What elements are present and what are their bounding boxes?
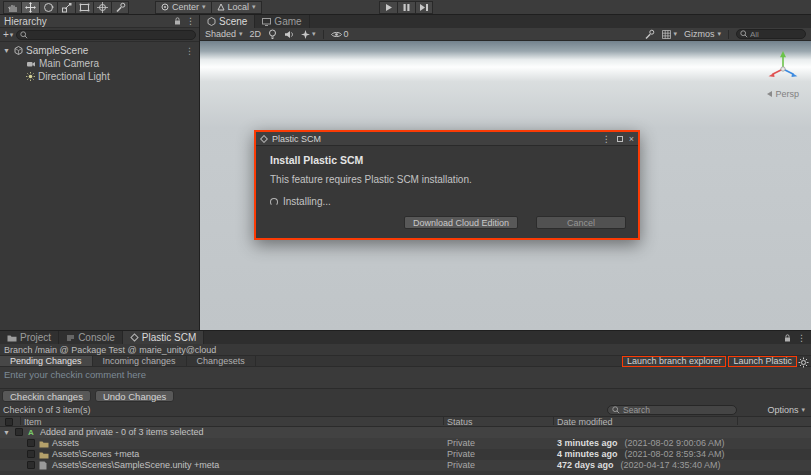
column-divider[interactable] [443, 417, 444, 425]
kebab-menu-icon[interactable]: ⋮ [602, 134, 611, 144]
checkin-changes-button[interactable]: Checkin changes [2, 390, 91, 402]
tree-row-scene[interactable]: ▼ SampleScene ⋮ [0, 44, 199, 57]
gear-icon [798, 357, 809, 368]
rotate-tool-button[interactable] [39, 1, 57, 14]
row-checkbox[interactable] [27, 461, 35, 469]
date-relative: 472 days ago [557, 460, 614, 471]
column-divider[interactable] [20, 417, 21, 425]
lock-icon[interactable] [174, 17, 181, 25]
kebab-menu-icon[interactable]: ⋮ [185, 46, 199, 56]
play-button[interactable] [379, 1, 397, 14]
unity-scene-icon [14, 46, 23, 55]
hand-tool-button[interactable] [3, 1, 21, 14]
table-row[interactable]: Assets Private 3 minutes ago(2021-08-02 … [0, 438, 811, 449]
tools-icon[interactable] [644, 29, 655, 40]
scene-search-input[interactable] [750, 30, 802, 39]
tab-game[interactable]: Game [255, 15, 309, 28]
custom-tool-button[interactable] [111, 1, 129, 14]
added-status-icon: A [28, 427, 34, 438]
close-icon[interactable]: × [629, 134, 634, 144]
hierarchy-header: Hierarchy ⋮ [0, 15, 199, 28]
items-search-input[interactable] [623, 405, 732, 415]
lighting-toggle[interactable] [268, 29, 277, 39]
orientation-gizmo[interactable] [763, 48, 803, 88]
launch-branch-explorer-button[interactable]: Launch branch explorer [622, 356, 727, 367]
gizmos-dropdown[interactable]: Gizmos▾ [684, 29, 721, 39]
scale-tool-button[interactable] [57, 1, 75, 14]
folder-icon [39, 451, 49, 459]
kebab-menu-icon[interactable]: ⋮ [797, 333, 806, 343]
tab-plastic-scm[interactable]: Plastic SCM [123, 331, 204, 344]
tab-pending-changes[interactable]: Pending Changes [0, 356, 93, 366]
launch-plastic-button[interactable]: Launch Plastic [728, 356, 797, 367]
hierarchy-search-field[interactable] [16, 30, 196, 40]
dialog-message: This feature requires Plastic SCM instal… [270, 174, 624, 185]
create-object-button[interactable]: +▾ [3, 29, 13, 40]
date-relative: 4 minutes ago [557, 449, 618, 460]
table-row[interactable]: Assets\Scenes\SampleScene.unity +meta Pr… [0, 460, 811, 471]
undo-changes-button[interactable]: Undo Changes [95, 390, 174, 402]
pivot-toggle-button[interactable]: Center ▾ [155, 1, 211, 14]
project-icon [7, 334, 17, 342]
hierarchy-tree: ▼ SampleScene ⋮ Main Camera Directional … [0, 42, 199, 83]
tree-row-main-camera[interactable]: Main Camera [0, 57, 199, 70]
move-tool-icon [25, 2, 36, 13]
download-cloud-edition-button[interactable]: Download Cloud Edition [404, 216, 518, 229]
table-row[interactable]: Assets\Scenes +meta Private 4 minutes ag… [0, 449, 811, 460]
tab-changesets[interactable]: Changesets [187, 356, 256, 366]
options-dropdown[interactable]: Options▾ [767, 405, 805, 415]
scene-search-field[interactable] [736, 29, 806, 39]
column-divider[interactable] [553, 417, 554, 425]
scene-viewport[interactable]: Persp Plastic SCM ⋮ × Install Pla [200, 41, 811, 330]
kebab-menu-icon[interactable]: ⋮ [186, 16, 195, 26]
main-toolbar: Center ▾ Local ▾ [0, 0, 811, 15]
hand-tool-icon [7, 2, 18, 13]
tree-row-directional-light[interactable]: Directional Light [0, 70, 199, 83]
item-status: Private [447, 449, 475, 460]
group-row[interactable]: ▼ A Added and private - 0 of 3 items sel… [0, 427, 811, 438]
date-absolute: (2021-08-02 9:00:06 AM) [625, 438, 725, 449]
items-search-field[interactable] [607, 405, 737, 415]
space-toggle-button[interactable]: Local ▾ [211, 1, 262, 14]
console-icon [66, 334, 75, 342]
item-status: Private [447, 438, 475, 449]
checkin-comment-input[interactable] [0, 367, 811, 387]
tab-incoming-changes[interactable]: Incoming changes [93, 356, 187, 366]
pause-button[interactable] [397, 1, 415, 14]
hierarchy-search-input[interactable] [30, 30, 192, 39]
effects-dropdown[interactable]: ▾ [301, 30, 316, 39]
speaker-icon [284, 30, 294, 39]
search-icon [20, 31, 28, 39]
tab-scene[interactable]: Scene [200, 15, 255, 28]
scene-visibility-toggle[interactable]: 0 [331, 29, 349, 39]
step-button[interactable] [415, 1, 433, 14]
branch-info: Branch /main @ Package Test @ marie_unit… [0, 344, 811, 355]
group-checkbox[interactable] [15, 428, 23, 436]
lock-icon[interactable] [784, 334, 791, 342]
tab-project[interactable]: Project [0, 331, 59, 344]
move-tool-button[interactable] [21, 1, 39, 14]
2d-toggle[interactable]: 2D [250, 29, 262, 39]
group-expand-arrow[interactable]: ▼ [3, 427, 11, 438]
maximize-icon[interactable] [617, 136, 623, 142]
axes-icon [217, 3, 225, 11]
unity-editor-window: Center ▾ Local ▾ Hierarchy ⋮ [0, 0, 811, 475]
column-divider[interactable] [737, 417, 738, 425]
camera-view-dropdown[interactable]: ▾ [662, 30, 677, 39]
hierarchy-toolbar: +▾ [0, 28, 199, 42]
audio-toggle[interactable] [284, 30, 294, 39]
transform-tool-icon [97, 2, 108, 13]
scale-tool-icon [61, 2, 72, 13]
perspective-toggle[interactable]: Persp [767, 89, 799, 99]
select-all-checkbox[interactable] [5, 418, 13, 426]
tab-console[interactable]: Console [59, 331, 123, 344]
expand-arrow-icon[interactable]: ▼ [3, 47, 11, 54]
cancel-button[interactable]: Cancel [536, 216, 626, 229]
rect-tool-button[interactable] [75, 1, 93, 14]
row-checkbox[interactable] [27, 450, 35, 458]
transform-tool-button[interactable] [93, 1, 111, 14]
row-checkbox[interactable] [27, 439, 35, 447]
draw-mode-dropdown[interactable]: Shaded▾ [205, 29, 243, 39]
date-absolute: (2021-08-02 8:59:34 AM) [625, 449, 725, 460]
settings-button[interactable] [798, 357, 809, 368]
